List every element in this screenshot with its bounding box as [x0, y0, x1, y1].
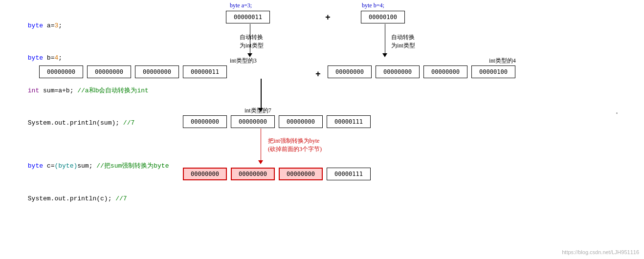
- int4-box1: 00000000: [328, 65, 372, 78]
- int7-label: int类型的7: [244, 107, 271, 115]
- plus-sign-1: +: [325, 13, 331, 22]
- arrow-sum-down2: [261, 79, 262, 108]
- keyword-byte-2: byte: [28, 54, 47, 62]
- code-line-1: byte a=3;: [5, 10, 169, 42]
- code-line-5: [5, 139, 169, 150]
- code-section: byte a=3; byte b=4; int sum=a+b; //a和b会自…: [5, 10, 169, 215]
- int4-box2: 00000000: [376, 65, 420, 78]
- int7-box2: 00000000: [231, 115, 275, 128]
- sum-assign: sum=a+b;: [43, 87, 77, 94]
- var-b: b=: [47, 54, 55, 62]
- comment-cast: //把sum强制转换为byte: [96, 162, 169, 170]
- result-box1-red: 00000000: [183, 168, 227, 180]
- keyword-byte-1: byte: [28, 22, 47, 29]
- comment-7b: //7: [115, 195, 127, 202]
- println-sum: System.out.println(sum);: [28, 119, 123, 127]
- int4-box4: 00000100: [471, 65, 515, 78]
- watermark: https://blog.csdn.net/LJH951116: [562, 249, 639, 255]
- int3-box4: 00000011: [183, 65, 227, 78]
- cast-byte: (byte): [54, 162, 77, 170]
- code-line-4: System.out.println(sum); //7: [5, 107, 169, 139]
- int7-box1: 00000000: [183, 115, 227, 128]
- int4-box3: 00000000: [423, 65, 467, 78]
- box-a-binary: 00000011: [226, 11, 270, 23]
- byte-a-top-label: byte a=3;: [230, 2, 252, 9]
- int3-box1: 00000000: [39, 65, 83, 78]
- keyword-byte-3: byte: [28, 162, 47, 170]
- sum-ref: sum;: [77, 162, 96, 170]
- int3-box2: 00000000: [87, 65, 131, 78]
- arrow-cast-down: [258, 129, 263, 164]
- auto-convert-right: 自动转换 为int类型: [391, 33, 415, 50]
- plus-sign-2: +: [315, 69, 321, 79]
- result-box2-red: 00000000: [231, 168, 275, 180]
- box-b-binary: 00000100: [361, 11, 405, 23]
- int4-label: int类型的4: [489, 57, 516, 65]
- println-c: System.out.println(c);: [28, 195, 115, 202]
- int3-box3: 00000000: [135, 65, 179, 78]
- code-line-6: byte c=(byte)sum; //把sum强制转换为byte: [5, 150, 169, 182]
- comment-7: //7: [123, 119, 134, 127]
- code-line-3: int sum=a+b; //a和b会自动转换为int: [5, 75, 169, 107]
- diagram-area: byte a=3; byte b=4; int sum=a+b; //a和b会自…: [0, 0, 644, 259]
- code-line-7: System.out.println(c); //7: [5, 183, 169, 215]
- keyword-int: int: [28, 87, 43, 94]
- var-a: a=: [47, 22, 55, 29]
- dot-decoration: [616, 112, 618, 114]
- comment-auto-convert: //a和b会自动转换为int: [77, 87, 149, 94]
- var-c-assign: c=: [47, 162, 55, 170]
- arrow-b-down: [382, 24, 387, 57]
- result-box3-red: 00000000: [279, 168, 323, 180]
- result-box4: 00000111: [327, 168, 371, 180]
- cast-label: 把int强制转换为byte (砍掉前面的3个字节): [268, 137, 322, 153]
- byte-b-top-label: byte b=4;: [362, 2, 384, 9]
- int3-label: int类型的3: [230, 57, 257, 65]
- int7-box3: 00000000: [279, 115, 323, 128]
- int7-box4: 00000111: [327, 115, 371, 128]
- arrow-a-down: [247, 24, 252, 57]
